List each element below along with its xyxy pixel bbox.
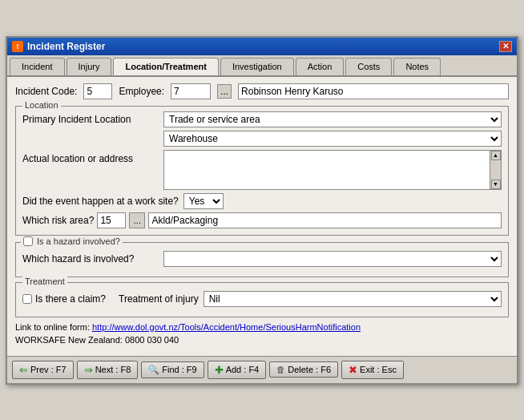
actual-location-row: Actual location or address ▲ ▼ (22, 150, 502, 190)
tab-incident[interactable]: Incident (10, 58, 65, 75)
window-title: Incident Register (27, 41, 105, 52)
exit-button[interactable]: ✖ Exit : Esc (341, 361, 404, 379)
employee-label: Employee: (119, 86, 164, 97)
title-bar: ! Incident Register ✕ (7, 38, 517, 55)
tab-action[interactable]: Action (296, 58, 345, 75)
main-window: ! Incident Register ✕ Incident Injury Lo… (6, 36, 518, 385)
hazard-checkbox[interactable] (23, 236, 33, 246)
add-icon: ✚ (215, 364, 224, 376)
treatment-group: Treatment Is there a claim? Treatment of… (15, 282, 509, 317)
exit-label: Exit : Esc (360, 365, 397, 374)
find-icon: 🔍 (148, 365, 159, 375)
claim-checkbox[interactable] (22, 294, 32, 304)
tab-costs[interactable]: Costs (345, 58, 392, 75)
risk-area-lookup-button[interactable]: ... (129, 212, 145, 228)
risk-area-label: Which risk area? (22, 215, 94, 226)
next-label: Next : F8 (95, 365, 131, 374)
location-group-label: Location (22, 100, 61, 110)
scroll-up-arrow[interactable]: ▲ (491, 151, 501, 160)
toolbar: ⇐ Prev : F7 ⇒ Next : F8 🔍 Find : F9 ✚ Ad… (7, 356, 517, 383)
tab-location-treatment[interactable]: Location/Treatment (113, 58, 218, 75)
scroll-down-arrow[interactable]: ▼ (491, 180, 501, 189)
treatment-row: Is there a claim? Treatment of injury Ni… (22, 291, 502, 307)
risk-area-row: Which risk area? ... (22, 212, 502, 228)
employee-name-input[interactable] (238, 83, 509, 99)
employee-lookup-button[interactable]: ... (217, 84, 232, 99)
actual-location-textarea[interactable] (163, 150, 490, 190)
tab-injury[interactable]: Injury (67, 58, 112, 75)
secondary-location-select[interactable]: Warehouse Office Other (163, 131, 502, 147)
tab-notes[interactable]: Notes (393, 58, 441, 75)
actual-location-label: Actual location or address (22, 150, 159, 164)
tab-bar: Incident Injury Location/Treatment Inves… (7, 55, 517, 77)
add-label: Add : F4 (226, 365, 260, 374)
online-form-link[interactable]: http://www.dol.govt.nz/Tools/Accident/Ho… (92, 322, 361, 332)
primary-location-label: Primary Incident Location (22, 114, 159, 125)
treatment-group-label: Treatment (22, 277, 67, 286)
worksite-label: Did the event happen at a work site? (22, 196, 179, 207)
close-button[interactable]: ✕ (499, 41, 512, 52)
tab-content: Incident Code: Employee: ... Location Pr… (7, 77, 517, 356)
actual-location-scrollbar[interactable]: ▲ ▼ (490, 150, 502, 190)
worksafe-text: WORKSAFE New Zealand: 0800 030 040 (15, 335, 179, 345)
link-prefix: Link to online form: (15, 322, 90, 332)
worksite-row: Did the event happen at a work site? Yes… (22, 193, 502, 209)
hazard-group: Is a hazard involved? Which hazard is in… (15, 242, 509, 277)
exit-icon: ✖ (349, 364, 357, 376)
add-button[interactable]: ✚ Add : F4 (208, 361, 267, 379)
next-button[interactable]: ⇒ Next : F8 (77, 361, 139, 379)
worksite-select[interactable]: Yes No (183, 193, 224, 209)
incident-code-input[interactable] (83, 83, 112, 99)
delete-icon: 🗑 (276, 365, 285, 374)
worksafe-row: WORKSAFE New Zealand: 0800 030 040 (15, 335, 509, 345)
injury-select[interactable]: Nil First Aid Medical Treatment Hospital… (204, 291, 502, 307)
risk-area-name-input[interactable] (148, 212, 502, 228)
tab-investigation[interactable]: Investigation (220, 58, 294, 75)
prev-icon: ⇐ (19, 364, 28, 376)
primary-location-select[interactable]: Trade or service area Office Warehouse O… (163, 111, 502, 127)
incident-code-label: Incident Code: (15, 86, 77, 97)
which-hazard-select[interactable] (163, 251, 502, 267)
employee-id-input[interactable] (171, 83, 211, 99)
header-row: Incident Code: Employee: ... (15, 83, 509, 99)
risk-area-id-input[interactable] (97, 212, 126, 228)
claim-checkbox-label: Is there a claim? (22, 293, 106, 305)
claim-label: Is there a claim? (35, 293, 106, 305)
next-icon: ⇒ (84, 364, 93, 376)
secondary-location-row: Warehouse Office Other (22, 131, 502, 147)
delete-button[interactable]: 🗑 Delete : F6 (269, 361, 338, 378)
which-hazard-label: Which hazard is involved? (22, 253, 159, 265)
location-group: Location Primary Incident Location Trade… (15, 106, 509, 236)
find-label: Find : F9 (162, 365, 196, 374)
which-hazard-row: Which hazard is involved? (22, 251, 502, 267)
find-button[interactable]: 🔍 Find : F9 (141, 361, 204, 378)
hazard-group-label: Is a hazard involved? (37, 236, 120, 246)
delete-label: Delete : F6 (288, 365, 331, 374)
actual-location-container: ▲ ▼ (163, 150, 502, 190)
link-row: Link to online form: http://www.dol.govt… (15, 322, 509, 332)
primary-location-row: Primary Incident Location Trade or servi… (22, 111, 502, 127)
prev-label: Prev : F7 (30, 365, 67, 374)
prev-button[interactable]: ⇐ Prev : F7 (12, 361, 74, 379)
app-icon: ! (12, 41, 23, 52)
injury-label: Treatment of injury (119, 293, 199, 305)
